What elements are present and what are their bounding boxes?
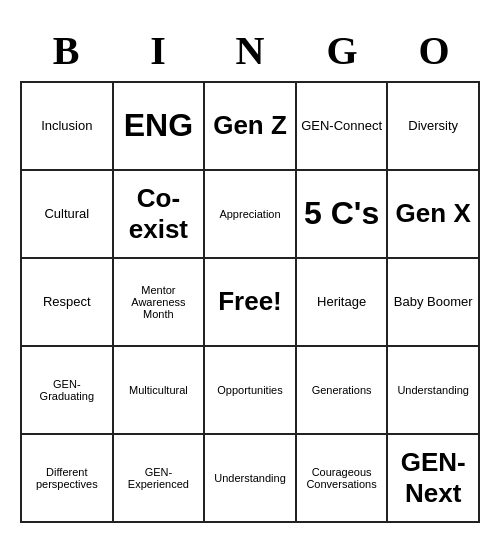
bingo-cell: 5 C's (297, 171, 389, 259)
bingo-cell: Gen X (388, 171, 480, 259)
bingo-cell: GEN-Graduating (22, 347, 114, 435)
cell-text: Co-exist (118, 183, 200, 245)
cell-text: Inclusion (26, 118, 108, 133)
cell-text: Courageous Conversations (301, 466, 383, 490)
cell-text: ENG (118, 107, 200, 144)
cell-text: Mentor Awareness Month (118, 284, 200, 320)
cell-text: GEN-Experienced (118, 466, 200, 490)
bingo-cell: Diversity (388, 83, 480, 171)
bingo-cell: GEN-Connect (297, 83, 389, 171)
bingo-cell: Generations (297, 347, 389, 435)
cell-text: Different perspectives (26, 466, 108, 490)
bingo-card: BINGO InclusionENGGen ZGEN-ConnectDivers… (10, 12, 490, 533)
cell-text: Appreciation (209, 208, 291, 220)
bingo-grid: InclusionENGGen ZGEN-ConnectDiversityCul… (20, 81, 480, 523)
bingo-cell: Understanding (205, 435, 297, 523)
cell-text: Multicultural (118, 384, 200, 396)
cell-text: Heritage (301, 294, 383, 309)
bingo-letter: N (204, 22, 296, 79)
cell-text: GEN-Next (392, 447, 474, 509)
cell-text: GEN-Connect (301, 118, 383, 133)
bingo-cell: Heritage (297, 259, 389, 347)
bingo-header: BINGO (20, 22, 480, 79)
cell-text: Baby Boomer (392, 294, 474, 309)
bingo-cell: GEN-Experienced (114, 435, 206, 523)
bingo-cell: Opportunities (205, 347, 297, 435)
bingo-cell: Mentor Awareness Month (114, 259, 206, 347)
cell-text: Gen X (392, 198, 474, 229)
bingo-cell: Co-exist (114, 171, 206, 259)
bingo-cell: Gen Z (205, 83, 297, 171)
bingo-letter: I (112, 22, 204, 79)
bingo-cell: GEN-Next (388, 435, 480, 523)
bingo-cell: Multicultural (114, 347, 206, 435)
cell-text: Understanding (209, 472, 291, 484)
bingo-cell: Courageous Conversations (297, 435, 389, 523)
bingo-cell: Understanding (388, 347, 480, 435)
cell-text: Cultural (26, 206, 108, 221)
bingo-letter: G (296, 22, 388, 79)
cell-text: Understanding (392, 384, 474, 396)
bingo-cell: Respect (22, 259, 114, 347)
bingo-cell: ENG (114, 83, 206, 171)
bingo-cell: Baby Boomer (388, 259, 480, 347)
bingo-cell: Cultural (22, 171, 114, 259)
cell-text: Diversity (392, 118, 474, 133)
bingo-cell: Appreciation (205, 171, 297, 259)
cell-text: Gen Z (209, 110, 291, 141)
cell-text: Opportunities (209, 384, 291, 396)
bingo-letter: O (388, 22, 480, 79)
cell-text: Free! (209, 286, 291, 317)
bingo-cell: Free! (205, 259, 297, 347)
cell-text: GEN-Graduating (26, 378, 108, 402)
bingo-cell: Different perspectives (22, 435, 114, 523)
cell-text: Respect (26, 294, 108, 309)
cell-text: 5 C's (301, 195, 383, 232)
cell-text: Generations (301, 384, 383, 396)
bingo-cell: Inclusion (22, 83, 114, 171)
bingo-letter: B (20, 22, 112, 79)
